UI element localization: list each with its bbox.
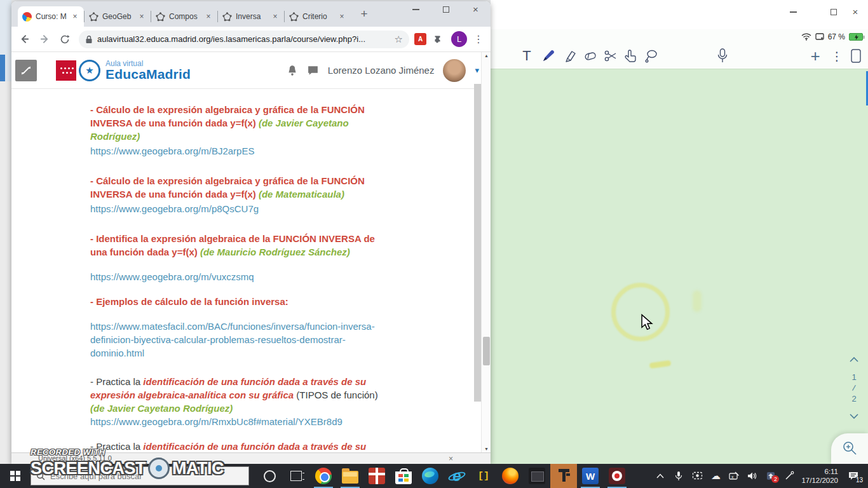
scroll-up-arrow[interactable]: ▲ bbox=[482, 53, 491, 58]
chevron-up-icon[interactable] bbox=[849, 356, 859, 363]
minimize-icon bbox=[412, 9, 419, 10]
tab-close-icon[interactable]: × bbox=[271, 12, 280, 21]
back-arrow-icon bbox=[19, 34, 30, 44]
tray-microphone[interactable] bbox=[672, 469, 685, 483]
url-text[interactable]: aulavirtual32.educa.madrid.org/ies.lasam… bbox=[97, 34, 390, 44]
user-avatar[interactable] bbox=[443, 59, 466, 82]
lasso-tool-button[interactable] bbox=[643, 47, 660, 65]
taskbar-screen-recorder[interactable] bbox=[604, 464, 630, 488]
svg-text:x: x bbox=[731, 475, 734, 479]
taskbar-firefox[interactable] bbox=[497, 464, 524, 488]
new-tab-button[interactable]: + bbox=[356, 6, 372, 22]
text-tool-button[interactable]: T bbox=[519, 47, 535, 65]
geogebra-link[interactable]: https://www.geogebra.org/m/RmxbUc8f#mate… bbox=[90, 416, 342, 427]
pen-tool-button[interactable] bbox=[540, 47, 557, 65]
tab-close-icon[interactable]: × bbox=[337, 12, 346, 21]
extensions-button[interactable] bbox=[429, 30, 447, 48]
taskbar-edge[interactable] bbox=[417, 464, 444, 488]
task-view-button[interactable] bbox=[283, 464, 309, 488]
scroll-down-arrow[interactable]: ▼ bbox=[482, 447, 491, 451]
tray-expand-button[interactable] bbox=[654, 469, 667, 483]
eraser-tool-button[interactable] bbox=[582, 47, 599, 65]
tab-geogebra-4[interactable]: Criterio × bbox=[285, 6, 351, 27]
notification-center-button[interactable]: 13 bbox=[844, 469, 863, 483]
taskbar-internet-explorer[interactable]: e bbox=[444, 464, 470, 488]
hand-select-tool-button[interactable] bbox=[623, 47, 639, 65]
taskbar-brackets-app[interactable]: [] bbox=[470, 464, 497, 488]
search-input[interactable] bbox=[50, 471, 215, 481]
taskbar-search-box[interactable] bbox=[31, 466, 249, 485]
geogebra-link[interactable]: https://www.geogebra.org/m/BJ2arpES bbox=[90, 146, 254, 156]
messages-icon[interactable] bbox=[307, 65, 319, 76]
start-button[interactable] bbox=[0, 464, 31, 488]
browser-menu-button[interactable]: ⋮ bbox=[471, 33, 485, 45]
matesfacil-link[interactable]: https://www.matesfacil.com/BAC/funciones… bbox=[90, 321, 375, 358]
tray-pen-input[interactable]: x bbox=[728, 469, 740, 483]
microphone-record-button[interactable] bbox=[714, 47, 731, 65]
bookmark-star-icon[interactable]: ☆ bbox=[395, 34, 403, 45]
scissors-tool-button[interactable] bbox=[602, 47, 619, 65]
site-brand[interactable]: Aula virtual EducaMadrid bbox=[105, 59, 191, 82]
taskbar-microsoft-store[interactable] bbox=[390, 464, 417, 488]
tray-updates[interactable]: 2 bbox=[764, 469, 777, 483]
notes-canvas[interactable]: 1 / 2 bbox=[491, 69, 868, 464]
close-icon: × bbox=[853, 8, 858, 17]
close-button[interactable]: × bbox=[850, 8, 860, 17]
highlighter-tool-button[interactable] bbox=[562, 47, 578, 65]
plain-text: - Practica la bbox=[90, 441, 143, 452]
taskbar-annotation-app-active[interactable] bbox=[550, 464, 577, 488]
browser-scrollbar[interactable]: ▲ ▼ bbox=[481, 52, 491, 452]
taskbar-word[interactable]: W bbox=[577, 464, 604, 488]
tab-curso[interactable]: Curso: M × bbox=[18, 6, 84, 27]
tab-geogebra-3[interactable]: Inversa × bbox=[218, 6, 284, 27]
forward-button[interactable] bbox=[36, 30, 53, 48]
edge-icon bbox=[422, 468, 438, 484]
word-icon: W bbox=[582, 468, 599, 484]
taskbar-clock[interactable]: 6:11 17/12/2020 bbox=[801, 467, 838, 485]
tray-cast-screen[interactable] bbox=[691, 469, 703, 483]
chevron-down-icon[interactable] bbox=[849, 413, 859, 419]
address-bar[interactable]: aulavirtual32.educa.madrid.org/ies.lasam… bbox=[79, 30, 409, 48]
close-button[interactable]: × bbox=[461, 5, 491, 14]
tab-close-icon[interactable]: × bbox=[71, 12, 79, 21]
geogebra-link[interactable]: https://www.geogebra.org/m/vuxczsmq bbox=[90, 271, 254, 282]
download-bar-close-icon[interactable]: × bbox=[449, 454, 453, 463]
cortana-button[interactable] bbox=[257, 464, 282, 488]
profile-avatar-button[interactable]: L bbox=[451, 31, 467, 47]
add-page-button[interactable]: + bbox=[807, 47, 824, 65]
scrollbar-thumb[interactable] bbox=[483, 337, 490, 365]
minimize-button[interactable] bbox=[401, 5, 431, 14]
browser-window-controls: × bbox=[401, 5, 491, 22]
fullscreen-toggle-button[interactable] bbox=[15, 60, 37, 81]
tab-geogebra-1[interactable]: GeoGeb × bbox=[85, 6, 151, 27]
reload-button[interactable] bbox=[56, 30, 74, 48]
tray-stylus[interactable] bbox=[783, 469, 796, 483]
maximize-button[interactable] bbox=[829, 8, 839, 17]
geogebra-link[interactable]: https://www.geogebra.org/m/p8QsCU7g bbox=[90, 203, 259, 214]
taskbar-gift-app[interactable] bbox=[363, 464, 390, 488]
taskbar-photos-app[interactable] bbox=[524, 464, 550, 488]
user-menu-caret-icon[interactable]: ▾ bbox=[475, 65, 479, 75]
microphone-icon bbox=[675, 471, 682, 482]
tab-geogebra-2[interactable]: Compos × bbox=[151, 6, 217, 27]
tab-close-icon[interactable]: × bbox=[137, 12, 146, 21]
more-options-button[interactable]: ⋮ bbox=[829, 47, 845, 65]
tab-close-icon[interactable]: × bbox=[204, 12, 213, 21]
minimize-button[interactable] bbox=[788, 8, 798, 17]
tab-strip: Curso: M × GeoGeb × Compos × Inversa × bbox=[11, 1, 491, 27]
back-button[interactable] bbox=[15, 30, 33, 48]
adobe-pdf-extension-icon[interactable]: A bbox=[414, 33, 426, 45]
notifications-bell-icon[interactable] bbox=[287, 64, 298, 77]
download-item-label[interactable]: Universal (x64) 5.5.11.0 bbox=[38, 454, 112, 462]
user-name-label[interactable]: Lorenzo Lozano Jiménez bbox=[328, 65, 435, 76]
taskbar-chrome[interactable] bbox=[310, 464, 337, 488]
recorder-icon bbox=[609, 468, 625, 484]
page-view-button[interactable] bbox=[848, 47, 864, 65]
content-block-3: - Identifica la expresión algebraica de … bbox=[90, 232, 389, 259]
madrid-flag-logo bbox=[56, 60, 76, 81]
zoom-tool-button[interactable] bbox=[831, 433, 868, 464]
maximize-button[interactable] bbox=[431, 5, 461, 14]
taskbar-file-explorer[interactable] bbox=[337, 464, 363, 488]
tray-volume[interactable] bbox=[746, 469, 759, 483]
tray-onedrive[interactable]: ☁ bbox=[709, 469, 722, 483]
